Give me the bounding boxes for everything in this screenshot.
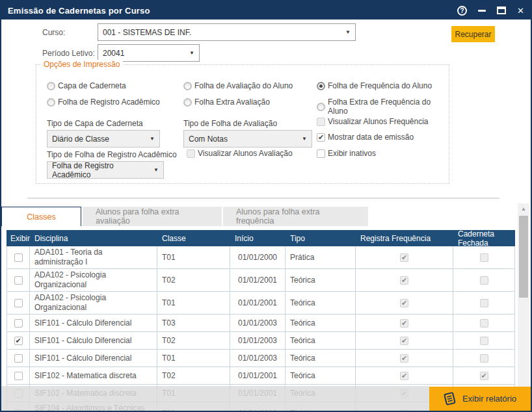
- table-row: SIF101 - Cálculo Diferencial T02 01/01/2…: [7, 332, 515, 350]
- exibir-cell: [7, 269, 30, 291]
- radio-icon: [317, 82, 325, 90]
- checkbox-exibir-inativos[interactable]: Exibir inativos: [317, 149, 376, 158]
- column-header-inicio: Início: [230, 234, 286, 243]
- maximize-icon[interactable]: [497, 6, 506, 14]
- exibir-cell: [7, 246, 30, 268]
- classe-cell: T03: [157, 315, 230, 331]
- checkbox-icon: [187, 149, 195, 158]
- inicio-cell: 01/01/2001: [230, 269, 286, 291]
- close-icon[interactable]: ✕: [517, 6, 524, 15]
- classe-cell: T01: [157, 246, 230, 268]
- caderneta-fechada-cell: [453, 350, 515, 367]
- exibir-cell: [7, 367, 30, 384]
- classe-cell: T01: [157, 292, 230, 314]
- caderneta-fechada-checkbox: [480, 372, 488, 380]
- radio-capa-caderneta[interactable]: Capa de Caderneta: [47, 81, 126, 90]
- registra-frequencia-checkbox: [400, 253, 408, 262]
- radio-icon: [47, 82, 55, 90]
- tipo-cell: Prática: [286, 246, 356, 268]
- exibir-cell: [7, 315, 30, 331]
- recuperar-button[interactable]: Recuperar: [451, 26, 495, 42]
- help-icon[interactable]: ?: [457, 6, 467, 16]
- caderneta-fechada-cell: [453, 269, 515, 291]
- classe-cell: T02: [157, 332, 230, 349]
- column-header-disciplina: Disciplina: [30, 234, 157, 243]
- radio-icon: [183, 82, 192, 90]
- tab-alunos-folha-extra-frequencia[interactable]: Alunos para folha extra frequência: [223, 207, 368, 226]
- table-row: SIF102 - Matematica discreta T02 01/01/2…: [7, 367, 515, 385]
- titlebar-icons: ? ✕: [457, 6, 524, 16]
- checkbox-mostrar-data-emissao[interactable]: Mostrar data de emissão: [317, 133, 414, 142]
- registra-frequencia-checkbox: [400, 372, 408, 380]
- tab-strip: Classes Alunos para folha extra avaliaçã…: [1, 207, 369, 226]
- exibir-relatorio-label: Exibir relatório: [462, 394, 516, 404]
- registra-frequencia-cell: [356, 269, 453, 291]
- table-row: ADA102 - Psicologia Organizacional T01 0…: [7, 292, 515, 315]
- radio-icon: [317, 103, 325, 111]
- tipo-avaliacao-select[interactable]: Com Notas ▼: [183, 130, 312, 148]
- vertical-scrollbar[interactable]: ▲: [518, 203, 529, 411]
- disciplina-cell: ADA102 - Psicologia Organizacional: [30, 292, 157, 314]
- classe-cell: T01: [157, 350, 230, 367]
- curso-label: Curso:: [42, 28, 65, 37]
- chevron-down-icon: ▼: [345, 29, 351, 35]
- registra-frequencia-checkbox: [400, 337, 408, 345]
- radio-label: Folha Extra Avaliação: [194, 97, 270, 107]
- inicio-cell: 01/01/2003: [230, 350, 286, 367]
- periodo-letivo-label: Período Letivo:: [42, 49, 95, 58]
- exibir-checkbox[interactable]: [14, 276, 23, 285]
- curso-select-value: 001 - SISTEMAS DE INF.: [103, 28, 191, 37]
- exibir-checkbox[interactable]: [14, 337, 23, 345]
- classe-cell: T02: [157, 269, 230, 291]
- table-row: ADA102 - Psicologia Organizacional T02 0…: [7, 269, 515, 292]
- exibir-checkbox[interactable]: [14, 319, 23, 328]
- radio-label: Folha Extra de Frequência do Aluno: [328, 97, 449, 116]
- caderneta-fechada-checkbox: [480, 299, 488, 307]
- tipo-avaliacao-select-value: Com Notas: [189, 135, 228, 144]
- exibir-cell: [7, 350, 30, 367]
- report-icon: [442, 391, 457, 406]
- table-row: ADA101 - Teoria da administração I T01 0…: [7, 246, 515, 269]
- registra-frequencia-cell: [356, 246, 453, 268]
- periodo-letivo-select[interactable]: 20041 ▼: [98, 44, 200, 62]
- exibir-checkbox[interactable]: [14, 253, 23, 262]
- exibir-cell: [7, 292, 30, 314]
- tipo-registro-select[interactable]: Folha de Registro Acadêmico ▼: [47, 161, 164, 179]
- disciplina-cell: SIF101 - Cálculo Diferencial: [30, 350, 157, 367]
- radio-folha-avaliacao-aluno[interactable]: Folha de Avaliação do Aluno: [183, 81, 293, 90]
- table-row: SIF101 - Cálculo Diferencial T03 01/01/2…: [7, 315, 515, 332]
- curso-select[interactable]: 001 - SISTEMAS DE INF. ▼: [98, 23, 356, 41]
- scrollbar-thumb[interactable]: [519, 216, 528, 298]
- minimize-icon[interactable]: [478, 10, 486, 12]
- exibir-checkbox[interactable]: [14, 354, 23, 363]
- caderneta-fechada-cell: [453, 367, 515, 384]
- checkbox-icon: [317, 118, 325, 126]
- radio-label: Folha de Registro Acadêmico: [58, 97, 160, 107]
- checkbox-label: Exibir inativos: [328, 149, 376, 158]
- exibir-checkbox[interactable]: [14, 299, 23, 307]
- radio-folha-registro-academico[interactable]: Folha de Registro Acadêmico: [47, 97, 160, 107]
- radio-folha-extra-avaliacao[interactable]: Folha Extra Avaliação: [183, 97, 270, 107]
- exibir-relatorio-button[interactable]: Exibir relatório: [429, 387, 531, 411]
- column-header-caderneta-fechada: Caderneta Fechada: [453, 229, 515, 248]
- inicio-cell: 01/01/2001: [230, 292, 286, 314]
- tab-classes[interactable]: Classes: [1, 207, 81, 226]
- scroll-up-icon[interactable]: ▲: [518, 203, 529, 214]
- checkbox-visualizar-alunos-frequencia: Visualizar Alunos Frequência: [317, 117, 429, 126]
- column-header-registra-frequencia: Registra Frequência: [356, 234, 453, 243]
- caderneta-fechada-cell: [453, 315, 515, 331]
- exibir-checkbox[interactable]: [14, 372, 23, 380]
- radio-label: Folha de Avaliação do Aluno: [194, 81, 293, 90]
- footer-overlay: [1, 386, 429, 411]
- caderneta-fechada-checkbox: [480, 276, 488, 285]
- registra-frequencia-cell: [356, 367, 453, 384]
- column-header-exibir: Exibir: [7, 233, 30, 244]
- radio-folha-extra-frequencia-aluno[interactable]: Folha Extra de Frequência do Aluno: [317, 97, 449, 116]
- tab-alunos-folha-extra-avaliacao[interactable]: Alunos para folha extra avaliação: [83, 207, 222, 226]
- tipo-capa-select[interactable]: Diário de Classe ▼: [47, 130, 160, 148]
- registra-frequencia-checkbox: [400, 319, 408, 328]
- radio-folha-frequencia-aluno[interactable]: Folha de Frequência do Aluno: [317, 81, 432, 90]
- caderneta-fechada-checkbox: [480, 253, 488, 262]
- caderneta-fechada-cell: [453, 246, 515, 268]
- chevron-down-icon: ▼: [302, 136, 307, 142]
